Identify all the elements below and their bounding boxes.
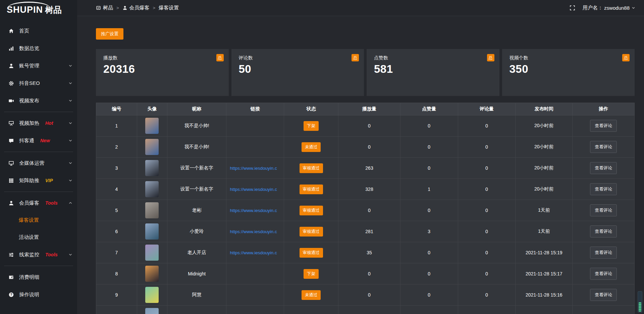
- sidebar-item-video-publish[interactable]: 视频发布: [0, 92, 77, 109]
- view-comments-button[interactable]: 查看评论: [590, 225, 617, 238]
- video-link[interactable]: https://www.iesdouyin.c: [226, 250, 284, 255]
- chat-icon: [8, 138, 14, 144]
- view-comments-button[interactable]: 查看评论: [590, 162, 617, 174]
- comments-cell: 0: [458, 179, 516, 200]
- sidebar-item-data-overview[interactable]: 数据总览: [0, 40, 77, 57]
- view-comments-button[interactable]: 查看评论: [590, 120, 617, 132]
- breadcrumb-separator: >: [153, 5, 156, 10]
- promo-settings-button[interactable]: 推广设置: [96, 28, 123, 40]
- table-row: 9阿慧未通过0002021-11-28 15:16查看评论: [96, 284, 635, 306]
- avatar-cell: [137, 284, 167, 306]
- status-badge[interactable]: 下架: [304, 269, 319, 279]
- status-badge[interactable]: 审核通过: [300, 185, 323, 194]
- table-row: [96, 306, 635, 314]
- stat-card-comments: 评论数 50 总: [231, 49, 364, 96]
- breadcrumb-item-member-baoke[interactable]: 会员爆客: [122, 5, 150, 11]
- sidebar-item-label: 视频加热: [19, 120, 39, 126]
- view-comments-button[interactable]: 查看评论: [590, 204, 617, 216]
- status-badge[interactable]: 下架: [304, 121, 319, 131]
- link-cell: [226, 137, 284, 158]
- publish-time-cell: 1天前: [516, 200, 573, 221]
- breadcrumb-label: 树品: [103, 5, 113, 11]
- stat-value: 350: [509, 63, 628, 75]
- sidebar-item-home[interactable]: 首页: [0, 22, 77, 40]
- comments-cell: 0: [458, 137, 516, 158]
- breadcrumb-item-baoke-settings[interactable]: 爆客设置: [159, 5, 179, 11]
- avatar: [145, 202, 159, 218]
- avatar: [145, 287, 159, 303]
- sidebar-item-operation-guide[interactable]: ?操作说明: [0, 286, 77, 303]
- sidebar-subitem-activity-settings[interactable]: 活动设置: [0, 229, 77, 246]
- avatar: [145, 245, 159, 261]
- publish-time-cell: [516, 306, 573, 314]
- sidebar-item-tag: VIP: [45, 178, 53, 183]
- video-link[interactable]: https://www.iesdouyin.c: [226, 208, 284, 213]
- publish-time-cell: 20小时前: [516, 158, 573, 179]
- plays-cell: 0: [338, 115, 400, 137]
- sidebar-divider: [4, 266, 73, 266]
- status-badge[interactable]: 未通过: [302, 290, 321, 300]
- chevron-up-icon: [68, 201, 72, 205]
- view-comments-button[interactable]: 查看评论: [590, 268, 617, 280]
- plays-cell: 0: [338, 284, 400, 306]
- stat-value: 20316: [103, 63, 221, 75]
- view-comments-button[interactable]: 查看评论: [590, 183, 617, 195]
- scrollbar[interactable]: [638, 291, 642, 313]
- user-menu[interactable]: 用户名：zswodun88: [583, 5, 635, 11]
- sidebar-item-douketong[interactable]: 抖客通New: [0, 132, 77, 149]
- nickname-cell: 设置一个新名字: [167, 179, 226, 200]
- breadcrumb-item-shupin[interactable]: 树品: [96, 5, 113, 11]
- avatar-cell: [137, 179, 167, 200]
- row-id-cell: 9: [96, 284, 137, 306]
- plays-cell: 328: [338, 179, 400, 200]
- nickname-cell: [167, 306, 226, 314]
- nickname-cell: 我不是小帅!: [167, 115, 226, 137]
- column-header: 播放量: [338, 103, 400, 115]
- sidebar-item-video-heat[interactable]: 视频加热Hot: [0, 114, 77, 132]
- app-logo[interactable]: SHUPIN 树品: [0, 0, 77, 19]
- video-link[interactable]: https://www.iesdouyin.c: [226, 229, 284, 234]
- view-comments-button[interactable]: 查看评论: [590, 289, 617, 301]
- sidebar-item-douyin-seo[interactable]: 抖音SEO: [0, 74, 77, 92]
- scrollbar-thumb[interactable]: [639, 302, 641, 312]
- logo-text-en: SHUPIN: [7, 4, 43, 15]
- video-link[interactable]: https://www.iesdouyin.c: [226, 187, 284, 192]
- row-id-cell: 5: [96, 200, 137, 221]
- view-comments-button[interactable]: 查看评论: [590, 247, 617, 259]
- sidebar-item-consume-detail[interactable]: 消费明细: [0, 268, 77, 286]
- action-cell: 查看评论: [573, 158, 635, 179]
- link-cell: https://www.iesdouyin.c: [226, 179, 284, 200]
- sidebar-item-member-baoke[interactable]: 会员爆客Tools: [0, 194, 77, 212]
- sidebar-subitem-baoke-settings[interactable]: 爆客设置: [0, 212, 77, 229]
- sidebar-item-matrix-boost[interactable]: 矩阵助推VIP: [0, 172, 77, 189]
- total-badge: 总: [216, 54, 224, 61]
- row-id-cell: 3: [96, 158, 137, 179]
- status-cell: 下架: [284, 115, 338, 137]
- plays-cell: 0: [338, 200, 400, 221]
- sidebar-item-media-operation[interactable]: 全媒体运营: [0, 154, 77, 172]
- total-badge: 总: [622, 54, 630, 61]
- status-badge[interactable]: 审核通过: [300, 227, 323, 237]
- link-cell: https://www.iesdouyin.c: [226, 242, 284, 263]
- link-cell: https://www.iesdouyin.c: [226, 200, 284, 221]
- sidebar-item-clue-monitor[interactable]: 线索监控Tools: [0, 246, 77, 263]
- column-header: 点赞量: [400, 103, 458, 115]
- status-badge[interactable]: 审核通过: [300, 206, 323, 215]
- table-row: 6小爱玲https://www.iesdouyin.c审核通过281301天前查…: [96, 221, 635, 242]
- plays-cell: 263: [338, 158, 400, 179]
- row-id-cell: 4: [96, 179, 137, 200]
- nickname-cell: 小爱玲: [167, 221, 226, 242]
- video-link[interactable]: https://www.iesdouyin.c: [226, 166, 284, 171]
- sidebar-divider: [4, 192, 73, 192]
- status-badge[interactable]: 未通过: [302, 142, 321, 152]
- fullscreen-icon[interactable]: [570, 5, 575, 11]
- status-badge[interactable]: 审核通过: [300, 248, 323, 258]
- comments-cell: [458, 306, 516, 314]
- sidebar-item-label: 抖音SEO: [19, 80, 40, 87]
- status-cell: 审核通过: [284, 200, 338, 221]
- sidebar-item-account-manage[interactable]: 账号管理: [0, 57, 77, 74]
- stat-card-plays: 播放数 20316 总: [96, 49, 229, 96]
- view-comments-button[interactable]: 查看评论: [590, 141, 617, 153]
- video-table-wrap: 编号头像昵称链接状态播放量点赞量评论量发布时间操作1我不是小帅!下架00020小…: [96, 103, 635, 314]
- status-badge[interactable]: 审核通过: [300, 163, 323, 173]
